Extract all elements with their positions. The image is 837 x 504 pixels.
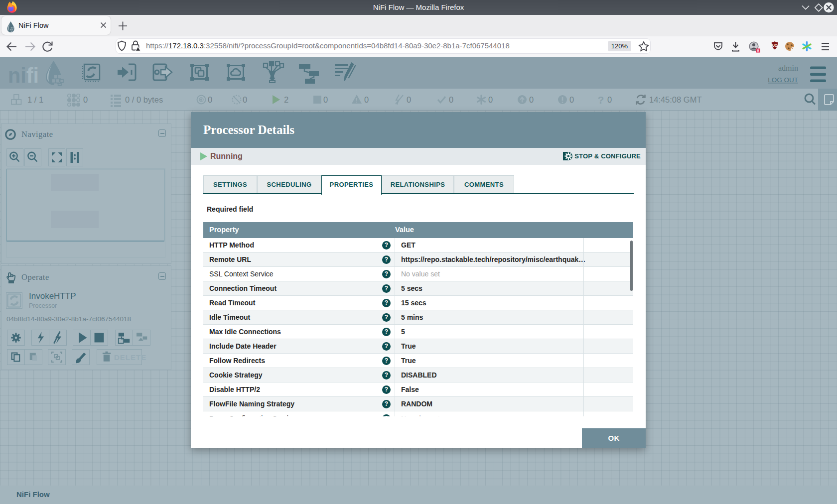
svg-text:nifi: nifi (8, 63, 39, 87)
svg-text:admin: admin (778, 64, 798, 72)
svg-text:?: ? (598, 94, 604, 106)
svg-text:LOG OUT: LOG OUT (768, 76, 798, 84)
svg-text:DELETE: DELETE (114, 353, 146, 362)
svg-text:UO: UO (772, 43, 777, 48)
